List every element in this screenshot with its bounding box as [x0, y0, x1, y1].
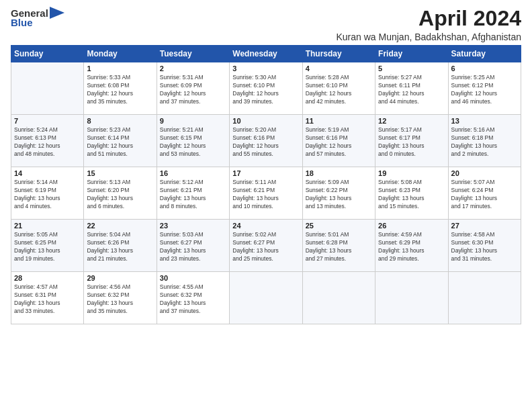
- week-row-3: 21Sunrise: 5:05 AM Sunset: 6:25 PM Dayli…: [11, 220, 521, 272]
- calendar-cell: 14Sunrise: 5:14 AM Sunset: 6:19 PM Dayli…: [11, 167, 84, 220]
- calendar-cell: 24Sunrise: 5:02 AM Sunset: 6:27 PM Dayli…: [230, 220, 302, 272]
- col-header-sunday: Sunday: [11, 46, 84, 62]
- day-number: 22: [87, 222, 153, 230]
- day-number: 14: [14, 169, 81, 177]
- day-info: Sunrise: 5:03 AM Sunset: 6:27 PM Dayligh…: [160, 231, 226, 263]
- day-number: 9: [160, 117, 226, 125]
- calendar-cell: 19Sunrise: 5:08 AM Sunset: 6:23 PM Dayli…: [375, 167, 448, 220]
- title-block: April 2024 Kuran wa Munjan, Badakhshan, …: [336, 7, 521, 42]
- day-info: Sunrise: 5:30 AM Sunset: 6:10 PM Dayligh…: [232, 74, 299, 106]
- day-number: 20: [451, 169, 518, 177]
- calendar-cell: 10Sunrise: 5:20 AM Sunset: 6:16 PM Dayli…: [230, 115, 302, 167]
- svg-marker-0: [50, 7, 64, 19]
- day-number: 8: [87, 117, 153, 125]
- day-number: 10: [232, 117, 299, 125]
- day-info: Sunrise: 5:05 AM Sunset: 6:25 PM Dayligh…: [14, 231, 81, 263]
- calendar-cell: 28Sunrise: 4:57 AM Sunset: 6:31 PM Dayli…: [11, 272, 84, 324]
- calendar-cell: 27Sunrise: 4:58 AM Sunset: 6:30 PM Dayli…: [448, 220, 521, 272]
- day-info: Sunrise: 5:14 AM Sunset: 6:19 PM Dayligh…: [14, 179, 81, 211]
- calendar-cell: 26Sunrise: 4:59 AM Sunset: 6:29 PM Dayli…: [375, 220, 448, 272]
- calendar-cell: 11Sunrise: 5:19 AM Sunset: 6:16 PM Dayli…: [302, 115, 375, 167]
- calendar-cell: 13Sunrise: 5:16 AM Sunset: 6:18 PM Dayli…: [448, 115, 521, 167]
- day-info: Sunrise: 5:04 AM Sunset: 6:26 PM Dayligh…: [87, 231, 153, 263]
- col-header-thursday: Thursday: [302, 46, 375, 62]
- calendar-cell: 20Sunrise: 5:07 AM Sunset: 6:24 PM Dayli…: [448, 167, 521, 220]
- day-info: Sunrise: 5:20 AM Sunset: 6:16 PM Dayligh…: [232, 126, 299, 158]
- header: General Blue April 2024 Kuran wa Munjan,…: [11, 7, 521, 42]
- calendar-cell: 9Sunrise: 5:21 AM Sunset: 6:15 PM Daylig…: [157, 115, 229, 167]
- calendar-cell: 23Sunrise: 5:03 AM Sunset: 6:27 PM Dayli…: [157, 220, 229, 272]
- logo: General Blue: [11, 7, 64, 28]
- day-number: 18: [306, 169, 372, 177]
- calendar-cell: 25Sunrise: 5:01 AM Sunset: 6:28 PM Dayli…: [302, 220, 375, 272]
- calendar-cell: [11, 62, 84, 115]
- day-number: 13: [451, 117, 518, 125]
- col-header-saturday: Saturday: [448, 46, 521, 62]
- day-info: Sunrise: 5:08 AM Sunset: 6:23 PM Dayligh…: [378, 179, 445, 211]
- day-number: 28: [14, 274, 81, 282]
- day-number: 26: [378, 222, 445, 230]
- calendar-cell: 5Sunrise: 5:27 AM Sunset: 6:11 PM Daylig…: [375, 62, 448, 115]
- calendar-cell: 15Sunrise: 5:13 AM Sunset: 6:20 PM Dayli…: [84, 167, 157, 220]
- day-number: 12: [378, 117, 445, 125]
- day-info: Sunrise: 5:07 AM Sunset: 6:24 PM Dayligh…: [451, 179, 518, 211]
- calendar-cell: [302, 272, 375, 324]
- day-info: Sunrise: 5:31 AM Sunset: 6:09 PM Dayligh…: [160, 74, 226, 106]
- day-number: 7: [14, 117, 81, 125]
- calendar-cell: [230, 272, 302, 324]
- day-number: 19: [378, 169, 445, 177]
- week-row-0: 1Sunrise: 5:33 AM Sunset: 6:08 PM Daylig…: [11, 62, 521, 115]
- day-info: Sunrise: 4:59 AM Sunset: 6:29 PM Dayligh…: [378, 231, 445, 263]
- day-info: Sunrise: 5:19 AM Sunset: 6:16 PM Dayligh…: [306, 126, 372, 158]
- day-number: 27: [451, 222, 518, 230]
- calendar-cell: 3Sunrise: 5:30 AM Sunset: 6:10 PM Daylig…: [230, 62, 302, 115]
- col-header-monday: Monday: [84, 46, 157, 62]
- logo-blue: Blue: [11, 17, 33, 28]
- day-info: Sunrise: 5:01 AM Sunset: 6:28 PM Dayligh…: [306, 231, 372, 263]
- page: General Blue April 2024 Kuran wa Munjan,…: [0, 0, 532, 411]
- calendar-cell: 21Sunrise: 5:05 AM Sunset: 6:25 PM Dayli…: [11, 220, 84, 272]
- day-number: 4: [306, 64, 372, 73]
- day-info: Sunrise: 5:25 AM Sunset: 6:12 PM Dayligh…: [451, 74, 518, 106]
- col-header-tuesday: Tuesday: [157, 46, 229, 62]
- calendar-cell: 30Sunrise: 4:55 AM Sunset: 6:32 PM Dayli…: [157, 272, 229, 324]
- day-info: Sunrise: 5:33 AM Sunset: 6:08 PM Dayligh…: [87, 74, 153, 106]
- day-number: 16: [160, 169, 226, 177]
- calendar-cell: 18Sunrise: 5:09 AM Sunset: 6:22 PM Dayli…: [302, 167, 375, 220]
- day-info: Sunrise: 5:13 AM Sunset: 6:20 PM Dayligh…: [87, 179, 153, 211]
- calendar-cell: 2Sunrise: 5:31 AM Sunset: 6:09 PM Daylig…: [157, 62, 229, 115]
- subtitle: Kuran wa Munjan, Badakhshan, Afghanistan: [336, 32, 521, 42]
- col-header-wednesday: Wednesday: [230, 46, 302, 62]
- calendar-cell: 22Sunrise: 5:04 AM Sunset: 6:26 PM Dayli…: [84, 220, 157, 272]
- day-info: Sunrise: 5:11 AM Sunset: 6:21 PM Dayligh…: [232, 179, 299, 211]
- day-info: Sunrise: 5:27 AM Sunset: 6:11 PM Dayligh…: [378, 74, 445, 106]
- calendar-cell: 17Sunrise: 5:11 AM Sunset: 6:21 PM Dayli…: [230, 167, 302, 220]
- day-number: 17: [232, 169, 299, 177]
- day-info: Sunrise: 5:24 AM Sunset: 6:13 PM Dayligh…: [14, 126, 81, 158]
- day-number: 15: [87, 169, 153, 177]
- day-info: Sunrise: 4:56 AM Sunset: 6:32 PM Dayligh…: [87, 283, 153, 316]
- week-row-2: 14Sunrise: 5:14 AM Sunset: 6:19 PM Dayli…: [11, 167, 521, 220]
- calendar-cell: 4Sunrise: 5:28 AM Sunset: 6:10 PM Daylig…: [302, 62, 375, 115]
- day-info: Sunrise: 5:23 AM Sunset: 6:14 PM Dayligh…: [87, 126, 153, 158]
- day-number: 6: [451, 64, 518, 73]
- col-header-friday: Friday: [375, 46, 448, 62]
- day-number: 23: [160, 222, 226, 230]
- day-info: Sunrise: 4:58 AM Sunset: 6:30 PM Dayligh…: [451, 231, 518, 263]
- calendar-cell: 16Sunrise: 5:12 AM Sunset: 6:21 PM Dayli…: [157, 167, 229, 220]
- day-info: Sunrise: 5:12 AM Sunset: 6:21 PM Dayligh…: [160, 179, 226, 211]
- day-info: Sunrise: 5:21 AM Sunset: 6:15 PM Dayligh…: [160, 126, 226, 158]
- calendar-cell: [375, 272, 448, 324]
- month-title: April 2024: [336, 7, 521, 30]
- day-number: 30: [160, 274, 226, 282]
- day-number: 5: [378, 64, 445, 73]
- day-info: Sunrise: 5:16 AM Sunset: 6:18 PM Dayligh…: [451, 126, 518, 158]
- calendar-cell: 29Sunrise: 4:56 AM Sunset: 6:32 PM Dayli…: [84, 272, 157, 324]
- calendar-cell: 8Sunrise: 5:23 AM Sunset: 6:14 PM Daylig…: [84, 115, 157, 167]
- day-info: Sunrise: 5:17 AM Sunset: 6:17 PM Dayligh…: [378, 126, 445, 158]
- day-number: 21: [14, 222, 81, 230]
- calendar-cell: [448, 272, 521, 324]
- day-number: 24: [232, 222, 299, 230]
- calendar-table: SundayMondayTuesdayWednesdayThursdayFrid…: [11, 45, 521, 324]
- calendar-cell: 1Sunrise: 5:33 AM Sunset: 6:08 PM Daylig…: [84, 62, 157, 115]
